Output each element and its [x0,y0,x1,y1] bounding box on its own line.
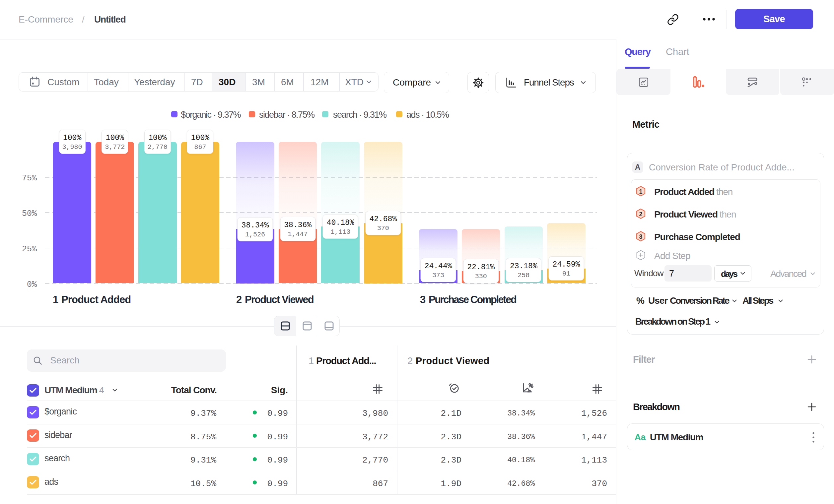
svg-text:2: 2 [639,211,642,217]
svg-text:3: 3 [639,233,642,240]
svg-text:1: 1 [639,188,642,195]
